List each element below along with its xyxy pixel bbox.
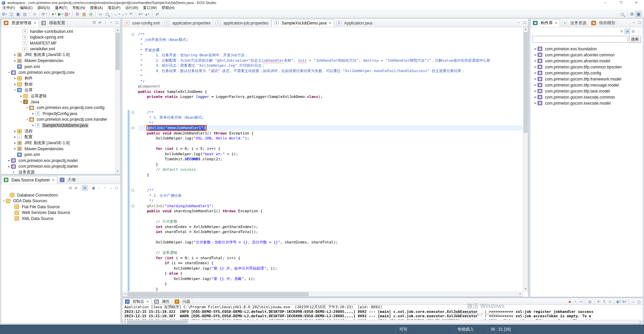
chevron-expanded-icon[interactable]: ▼ xyxy=(25,106,29,109)
scroll-right-arrow[interactable]: ▸ xyxy=(638,320,643,324)
scroll-down-arrow[interactable]: ▼ xyxy=(523,287,528,291)
artifacts-tab-组织模型[interactable]: ◉组织模型 xyxy=(589,19,618,27)
tree-item-ODA Data Sources[interactable]: ▼ODA Data Sources xyxy=(1,198,121,204)
tree-item-Database Connections[interactable]: Database Connections xyxy=(1,192,121,198)
quick-access-search-icon[interactable] xyxy=(619,11,625,17)
editor-tab-application-job.properties[interactable]: ≡application-job.properties xyxy=(213,19,271,27)
tree-item-com.primeton.gocom.lowcode.model[interactable]: ▶▦com.primeton.gocom.lowcode.model xyxy=(530,100,643,106)
scroll-left-arrow[interactable]: ◂ xyxy=(123,320,127,324)
tree-item-Flat File Data Source[interactable]: Flat File Data Source xyxy=(1,204,121,210)
chevron-collapsed-icon[interactable]: ▶ xyxy=(13,142,17,145)
console-output[interactable]: Application [Java 应用程序] C:\Program Files… xyxy=(122,305,643,320)
next-annotation-icon[interactable]: ▾▼ xyxy=(138,11,144,17)
close-icon[interactable]: ✕ xyxy=(555,21,557,25)
chevron-expanded-icon[interactable]: ▼ xyxy=(19,100,23,103)
tree-item-com.primeton.eos.projectlj.model[interactable]: ▶▦com.primeton.eos.projectlj.model xyxy=(1,158,115,163)
chevron-expanded-icon[interactable]: ▼ xyxy=(2,200,6,203)
new-connection-profile-icon[interactable]: ⊞ xyxy=(82,185,88,191)
link-with-editor-icon[interactable]: ⇄ xyxy=(73,185,79,191)
tree-item-流程[interactable]: ▶▸流程 xyxy=(1,128,115,134)
tree-item-配置[interactable]: ▶≡配置 xyxy=(1,134,115,140)
tree-item-业务资源[interactable]: ●业务资源 xyxy=(1,169,115,174)
scrollbar-thumb[interactable] xyxy=(127,292,309,296)
open-perspective-icon[interactable]: ⊞ xyxy=(629,11,635,17)
chevron-collapsed-icon[interactable]: ▶ xyxy=(534,53,538,56)
chevron-collapsed-icon[interactable]: ▶ xyxy=(31,112,35,115)
tree-item-Java[interactable]: ▼JJava xyxy=(1,99,115,105)
remove-launch-icon[interactable]: × xyxy=(572,299,578,304)
tree-item-com.primeton.eos.foundation[interactable]: ▶▦com.primeton.eos.foundation xyxy=(530,46,643,52)
tree-item-serialkiller.xml[interactable]: xserialkiller.xml xyxy=(1,46,115,52)
menu-源码S[interactable]: 源码(S) xyxy=(35,5,52,10)
chevron-collapsed-icon[interactable]: ▶ xyxy=(534,102,538,105)
run-icon[interactable]: ▶▼ xyxy=(58,11,64,17)
explorer-tab-模板配置[interactable]: ▤模板配置 xyxy=(39,19,68,27)
fold-margin[interactable]: −−−−− xyxy=(122,27,137,291)
fold-collapse-icon[interactable]: − xyxy=(131,33,134,36)
maximize-view-icon[interactable]: ▢ xyxy=(636,299,642,304)
last-edit-location-icon[interactable]: ↶ xyxy=(128,11,134,17)
save-all-icon[interactable]: ▣ xyxy=(15,11,21,17)
maximize-window[interactable]: ❐ xyxy=(613,0,629,5)
search-input[interactable] xyxy=(532,36,628,43)
explorer-tab-资源管理器[interactable]: ▩资源管理器✕ xyxy=(1,19,39,27)
chevron-collapsed-icon[interactable]: ▶ xyxy=(19,95,23,98)
tree-item-运算[interactable]: ▼▤运算 xyxy=(1,87,115,93)
chevron-collapsed-icon[interactable]: ▶ xyxy=(534,84,538,87)
scroll-left-arrow[interactable]: ◂ xyxy=(123,292,127,296)
terminate-icon[interactable]: ■ xyxy=(567,299,572,304)
fold-collapse-icon[interactable]: − xyxy=(131,111,134,114)
view-menu-icon[interactable]: ⋮ xyxy=(103,19,108,25)
minimize-view-icon[interactable]: – xyxy=(108,185,113,191)
menu-编辑E[interactable]: 编辑(E) xyxy=(17,5,35,10)
link-with-editor-icon[interactable]: ⇄ xyxy=(97,19,103,25)
minimize-view-icon[interactable]: – xyxy=(108,19,114,25)
minimize-view-icon[interactable]: – xyxy=(631,19,637,25)
tree-item-JRE 系统库 [JavaSE-1.8][interactable]: ▶▤JRE 系统库 [JavaSE-1.8] xyxy=(1,52,115,58)
menu-项目P[interactable]: 项目(P) xyxy=(105,5,123,10)
clear-console-icon[interactable]: ▤ xyxy=(587,299,593,304)
chevron-collapsed-icon[interactable]: ▶ xyxy=(534,96,538,99)
menu-导航N[interactable]: 导航(N) xyxy=(70,5,88,10)
minimize-view-icon[interactable]: – xyxy=(630,299,636,304)
console-tab-属性[interactable]: ▤属性 xyxy=(152,298,172,304)
chevron-collapsed-icon[interactable]: ▶ xyxy=(7,159,11,162)
chevron-collapsed-icon[interactable]: ▶ xyxy=(13,77,17,80)
tree-item-com.primeton.gocom.bfp.message.model[interactable]: ▶▦com.primeton.gocom.bfp.message.model xyxy=(530,82,643,88)
remove-all-launches-icon[interactable]: ×× xyxy=(578,299,584,304)
explorer-vertical-scrollbar[interactable]: ▲ ▼ xyxy=(115,28,120,174)
open-type-icon[interactable]: ▭ xyxy=(97,11,103,17)
scrollbar-thumb[interactable] xyxy=(127,321,188,323)
collapse-all-icon[interactable]: ⊟ xyxy=(630,29,636,34)
tree-item-com.primeton.eos.projectlj.core.handler[interactable]: ▼▦com.primeton.eos.projectlj.core.handle… xyxy=(1,117,115,122)
chevron-expanded-icon[interactable]: ▼ xyxy=(7,71,11,74)
editor-tab-Application.java[interactable]: JApplication.java xyxy=(334,19,375,27)
tree-item-Maven Dependencies[interactable]: ▶▤Maven Dependencies xyxy=(1,58,115,64)
close-icon[interactable]: ✕ xyxy=(146,300,149,303)
word-wrap-icon[interactable]: ¶ xyxy=(601,299,607,304)
tree-item-handler-contribution.xml[interactable]: xhandler-contribution.xml xyxy=(1,29,115,34)
code-editor[interactable]: −−−−− /** * job开发示例（Bean模式） * * 开发步骤： * … xyxy=(122,27,528,291)
scroll-up-arrow[interactable]: ▲ xyxy=(116,28,120,32)
tree-item-SampleXxlJobDemo.java[interactable]: ▶JSampleXxlJobDemo.java xyxy=(1,122,115,128)
chevron-collapsed-icon[interactable]: ▶ xyxy=(13,135,17,138)
scrollbar-thumb[interactable] xyxy=(524,32,527,133)
display-selected-console-icon[interactable]: ▣▼ xyxy=(616,299,622,304)
scroll-down-arrow[interactable]: ▼ xyxy=(116,169,120,173)
previous-annotation-icon[interactable]: ▴▼ xyxy=(144,11,150,17)
editor-tab-application.properties[interactable]: ≡application.properties xyxy=(162,19,213,27)
chevron-collapsed-icon[interactable]: ▶ xyxy=(534,71,538,74)
forward-icon[interactable]: →▼ xyxy=(121,11,127,17)
new-wizard-icon[interactable]: ⊞▼ xyxy=(2,11,8,17)
scrollbar-thumb[interactable] xyxy=(116,33,120,70)
collapse-all-icon[interactable]: ⊟ xyxy=(67,185,73,191)
search-button[interactable]: 搜索 xyxy=(629,36,641,43)
fold-collapse-icon[interactable]: − xyxy=(131,205,134,208)
maximize-view-icon[interactable]: ▢ xyxy=(522,19,527,25)
tree-item-com.primeton.gocom.bfp.task.model[interactable]: ▶▦com.primeton.gocom.bfp.task.model xyxy=(530,88,643,94)
close-icon[interactable]: ✕ xyxy=(329,21,331,25)
chevron-collapsed-icon[interactable]: ▶ xyxy=(534,59,538,62)
menu-重构T[interactable]: 重构(T) xyxy=(52,5,70,10)
save-icon[interactable]: ◫ xyxy=(8,11,14,17)
tree-item-com.primeton.gocom.bfp.framework.model[interactable]: ▶▦com.primeton.gocom.bfp.framework.model xyxy=(530,76,643,82)
